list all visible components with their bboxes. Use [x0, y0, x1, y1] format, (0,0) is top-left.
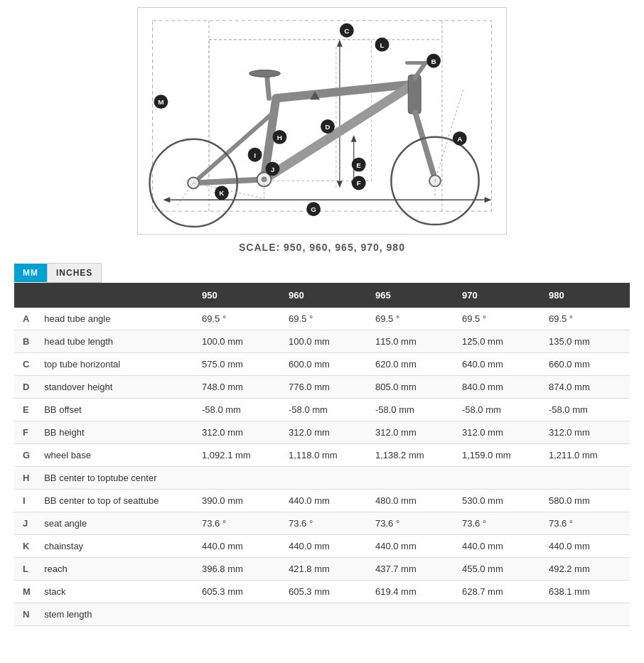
row-letter: E	[14, 399, 38, 421]
table-row: Gwheel base1,092.1 mm1,118.0 mm1,138.2 m…	[14, 444, 630, 467]
row-value: 605.3 mm	[196, 581, 283, 603]
table-row: Bhead tube length100.0 mm100.0 mm115.0 m…	[14, 330, 630, 353]
row-value: 69.5 °	[370, 308, 456, 330]
tab-inches[interactable]: INCHES	[47, 263, 102, 283]
table-row: FBB height312.0 mm312.0 mm312.0 mm312.0 …	[14, 421, 630, 444]
row-name: seat angle	[38, 512, 196, 535]
svg-text:C: C	[344, 27, 349, 35]
row-name: BB center to top of seattube	[38, 490, 196, 512]
svg-text:G: G	[311, 205, 316, 213]
svg-text:L: L	[380, 41, 384, 49]
row-name: BB height	[38, 421, 196, 444]
row-value: 628.7 mm	[456, 581, 543, 603]
row-value: 69.5 °	[196, 308, 283, 330]
row-value: 437.7 mm	[370, 558, 456, 581]
row-name: BB offset	[38, 399, 196, 421]
row-letter: C	[14, 353, 38, 376]
page-container: A B C D E F G H I	[0, 0, 644, 640]
col-header-letter	[14, 283, 38, 308]
row-name: reach	[38, 558, 196, 581]
row-value: 620.0 mm	[370, 353, 456, 376]
row-value: -58.0 mm	[456, 399, 543, 421]
row-value: 1,159.0 mm	[456, 444, 543, 467]
row-value: 440.0 mm	[543, 535, 630, 558]
row-value: 660.0 mm	[543, 353, 630, 376]
row-name: stack	[38, 581, 196, 603]
col-header-970: 970	[456, 283, 543, 308]
row-value	[196, 467, 283, 490]
col-header-950: 950	[196, 283, 283, 308]
row-value: 492.2 mm	[543, 558, 630, 581]
row-value: 575.0 mm	[196, 353, 283, 376]
svg-text:H: H	[277, 134, 282, 141]
row-value: 73.6 °	[543, 512, 630, 535]
row-value: 312.0 mm	[456, 421, 543, 444]
table-row: Jseat angle73.6 °73.6 °73.6 °73.6 °73.6 …	[14, 512, 630, 535]
row-letter: B	[14, 330, 38, 353]
row-value	[196, 603, 283, 626]
row-value: 396.8 mm	[196, 558, 283, 581]
row-name: stem length	[38, 603, 196, 626]
row-value: 1,092.1 mm	[196, 444, 283, 467]
row-name: head tube angle	[38, 308, 196, 330]
svg-line-21	[193, 179, 264, 183]
row-value	[543, 603, 630, 626]
svg-text:K: K	[219, 189, 225, 197]
table-row: Kchainstay440.0 mm440.0 mm440.0 mm440.0 …	[14, 535, 630, 558]
svg-text:A: A	[457, 135, 462, 143]
table-row: EBB offset-58.0 mm-58.0 mm-58.0 mm-58.0 …	[14, 399, 630, 421]
row-value: 580.0 mm	[543, 490, 630, 512]
svg-text:F: F	[357, 179, 361, 187]
svg-text:I: I	[254, 151, 256, 159]
svg-point-30	[249, 70, 281, 77]
row-value	[543, 467, 630, 490]
row-value: -58.0 mm	[370, 399, 456, 421]
table-row: Nstem length	[14, 603, 630, 626]
row-value: 73.6 °	[196, 512, 283, 535]
row-letter: L	[14, 558, 38, 581]
row-value: 530.0 mm	[456, 490, 543, 512]
row-value: 840.0 mm	[456, 376, 543, 399]
row-value: 440.0 mm	[370, 535, 456, 558]
col-header-980: 980	[543, 283, 630, 308]
svg-text:E: E	[356, 161, 361, 169]
row-letter: N	[14, 603, 38, 626]
spec-table: 950 960 965 970 980 Ahead tube angle69.5…	[14, 283, 630, 626]
row-letter: J	[14, 512, 38, 535]
row-name: top tube horizontal	[38, 353, 196, 376]
row-value: 619.4 mm	[370, 581, 456, 603]
row-name: chainstay	[38, 535, 196, 558]
row-value: 440.0 mm	[283, 490, 370, 512]
row-value: 100.0 mm	[196, 330, 283, 353]
row-value: 312.0 mm	[196, 421, 283, 444]
row-letter: A	[14, 308, 38, 330]
row-value: 874.0 mm	[543, 376, 630, 399]
row-value: 600.0 mm	[283, 353, 370, 376]
row-value: 440.0 mm	[456, 535, 543, 558]
row-letter: D	[14, 376, 38, 399]
row-name: BB center to toptube center	[38, 467, 196, 490]
row-value: 312.0 mm	[370, 421, 456, 444]
row-value: 1,211.0 mm	[543, 444, 630, 467]
row-value: 638.1 mm	[543, 581, 630, 603]
bike-diagram: A B C D E F G H I	[137, 7, 507, 235]
row-name: standover height	[38, 376, 196, 399]
row-value: 455.0 mm	[456, 558, 543, 581]
row-letter: K	[14, 535, 38, 558]
row-value: 748.0 mm	[196, 376, 283, 399]
tab-mm[interactable]: MM	[14, 264, 47, 282]
row-letter: M	[14, 581, 38, 603]
row-value: 390.0 mm	[196, 490, 283, 512]
col-header-name	[38, 283, 196, 308]
row-value: -58.0 mm	[543, 399, 630, 421]
row-value: 73.6 °	[283, 512, 370, 535]
col-header-960: 960	[283, 283, 370, 308]
table-row: IBB center to top of seattube390.0 mm440…	[14, 490, 630, 512]
svg-text:J: J	[271, 166, 275, 173]
row-value: 69.5 °	[283, 308, 370, 330]
row-value: 480.0 mm	[370, 490, 456, 512]
row-value: 312.0 mm	[283, 421, 370, 444]
row-value	[283, 603, 370, 626]
scale-label: SCALE: 950, 960, 965, 970, 980	[14, 242, 630, 253]
col-header-965: 965	[370, 283, 456, 308]
